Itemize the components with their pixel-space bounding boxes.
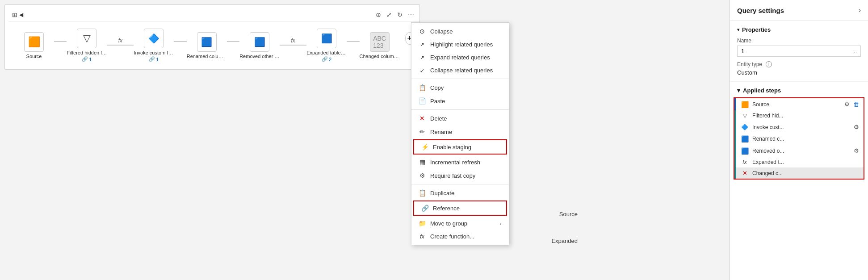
menu-item-reference[interactable]: 🔗 Reference xyxy=(413,201,507,216)
entity-type-value: Custom xyxy=(737,69,861,76)
sep3 xyxy=(411,184,509,184)
menu-item-delete[interactable]: ✕ Delete xyxy=(411,112,509,125)
sep2 xyxy=(411,109,509,110)
delete-icon: ✕ xyxy=(419,115,426,122)
enable-staging-icon: ⚡ xyxy=(421,143,428,150)
refresh-button[interactable]: ↻ xyxy=(395,10,404,19)
step-expanded-icon: 🟦 xyxy=(317,29,336,48)
step-invoke[interactable]: 🔷 Invoke custom fu... 🔗1 xyxy=(134,29,174,62)
step-renamed[interactable]: 🟦 Renamed columns xyxy=(187,32,227,59)
menu-item-delete-label: Delete xyxy=(430,115,447,122)
rename-icon: ✏ xyxy=(419,128,426,135)
menu-item-incremental-label: Incremental refresh xyxy=(430,159,480,166)
step-filtered-link[interactable]: 🔗1 xyxy=(82,56,92,62)
properties-header[interactable]: ▾ Properties xyxy=(737,26,861,33)
menu-item-expand-label: Expand related queries xyxy=(430,54,490,61)
source-gear-button[interactable]: ⚙ xyxy=(843,100,851,108)
removed-step-icon: 🟦 xyxy=(741,147,749,155)
menu-item-rename[interactable]: ✏ Rename xyxy=(411,125,509,138)
menu-item-expand[interactable]: ↗ Expand related queries xyxy=(411,51,509,64)
step-source-icon: 🟧 xyxy=(24,32,44,52)
removed-step-actions: ⚙ xyxy=(853,147,860,155)
step-expanded-link[interactable]: 🔗2 xyxy=(322,56,331,62)
menu-item-incremental[interactable]: ▦ Incremental refresh xyxy=(411,155,509,169)
menu-item-enable-staging[interactable]: ⚡ Enable staging xyxy=(413,139,507,155)
menu-item-paste[interactable]: 📄 Paste xyxy=(411,94,509,108)
menu-item-create-function-label: Create function... xyxy=(430,233,474,240)
expanded-step-icon: fx xyxy=(741,159,749,165)
connector-fx: fx xyxy=(107,38,134,46)
expanded-row-inner[interactable]: fx Expanded t... xyxy=(736,157,864,167)
menu-item-copy[interactable]: 📋 Copy xyxy=(411,81,509,94)
menu-item-collapse-related[interactable]: ↙ Collapse related queries xyxy=(411,64,509,77)
properties-chevron: ▾ xyxy=(737,27,739,32)
step-changed-icon: ABC123 xyxy=(370,32,390,52)
applied-steps-header[interactable]: ▾ Applied steps xyxy=(730,82,868,97)
step-invoke-label: Invoke custom fu... xyxy=(134,50,174,55)
changed-row-inner[interactable]: ✕ Changed c... xyxy=(736,167,864,179)
invoke-gear-button[interactable]: ⚙ xyxy=(853,123,860,131)
step-row-filtered: ▽ Filtered hid... xyxy=(734,110,864,121)
name-field-container: Name ... xyxy=(737,38,861,57)
step-invoke-link[interactable]: 🔗1 xyxy=(149,56,159,62)
connector-1 xyxy=(54,41,67,42)
move-to-group-arrow-icon: › xyxy=(500,220,502,227)
step-changed[interactable]: ABC123 Changed column... xyxy=(360,32,400,59)
panel-title: Query settings xyxy=(737,7,784,14)
removed-gear-button[interactable]: ⚙ xyxy=(853,147,860,155)
menu-item-duplicate[interactable]: 📋 Duplicate xyxy=(411,186,509,200)
step-expanded-label: Expanded table c... xyxy=(306,50,347,55)
source-delete-button[interactable]: 🗑 xyxy=(852,100,860,108)
query-diagram: ⊞ ◀ ⊕ ⤢ ↻ ⋯ 🟧 Source ▽ xyxy=(4,4,420,70)
collapse-icon: ⊙ xyxy=(419,28,426,35)
removed-step-name: Removed o... xyxy=(752,148,849,154)
incremental-icon: ▦ xyxy=(419,159,426,166)
expanded-label: Expanded xyxy=(551,238,578,244)
diagram-controls: ⊕ ⤢ ↻ ⋯ xyxy=(374,10,416,19)
name-ellipsis-button[interactable]: ... xyxy=(852,48,857,54)
more-options-button[interactable]: ⋯ xyxy=(406,10,416,19)
require-fast-icon: ⚙ xyxy=(419,172,426,179)
step-filtered[interactable]: ▽ Filtered hidden fi... 🔗1 xyxy=(67,29,107,62)
invoke-row-inner[interactable]: 🔷 Invoke cust... ⚙ xyxy=(736,121,864,133)
menu-item-require-fast[interactable]: ⚙ Require fast copy xyxy=(411,169,509,182)
menu-item-create-function[interactable]: fx Create function... xyxy=(411,230,509,243)
name-input[interactable] xyxy=(741,48,852,54)
menu-item-highlight[interactable]: ↗ Highlight related queries xyxy=(411,38,509,51)
highlight-icon: ↗ xyxy=(419,42,426,48)
applied-steps-section: ▾ Applied steps 🟧 Source ⚙ 🗑 xyxy=(730,82,868,280)
step-expanded[interactable]: 🟦 Expanded table c... 🔗2 xyxy=(306,29,347,62)
invoke-step-name: Invoke cust... xyxy=(752,124,849,130)
name-field-label: Name xyxy=(737,38,861,44)
entity-type-info-icon[interactable]: i xyxy=(766,61,772,67)
entity-type-container: Entity type i Custom xyxy=(737,61,861,76)
step-source[interactable]: 🟧 Source xyxy=(14,32,54,59)
menu-item-collapse[interactable]: ⊙ Collapse xyxy=(411,25,509,38)
diagram-title: ⊞ ◀ xyxy=(12,11,23,18)
source-step-name: Source xyxy=(752,101,840,108)
connector-3 xyxy=(227,41,239,42)
maximize-button[interactable]: ⤢ xyxy=(385,10,394,19)
menu-item-move-to-group[interactable]: 📁 Move to group › xyxy=(411,217,509,230)
expanded-indicator: Expanded xyxy=(551,238,578,244)
connector-fx2: fx xyxy=(280,38,306,46)
duplicate-icon: 📋 xyxy=(419,189,426,196)
source-label-bottom: Source xyxy=(559,211,578,217)
step-changed-label: Changed column... xyxy=(360,54,400,59)
renamed-row-inner[interactable]: 🟦 Renamed c... xyxy=(736,133,864,145)
filtered-row-inner[interactable]: ▽ Filtered hid... xyxy=(736,110,864,121)
step-removed-icon: 🟦 xyxy=(250,32,269,52)
name-field[interactable]: ... xyxy=(737,46,861,57)
source-row-inner[interactable]: 🟧 Source ⚙ 🗑 xyxy=(736,98,864,110)
step-removed[interactable]: 🟦 Removed other c... xyxy=(239,32,280,59)
panel-collapse-button[interactable]: › xyxy=(859,6,861,14)
sep1 xyxy=(411,79,509,79)
step-renamed-label: Renamed columns xyxy=(187,54,227,59)
share-button[interactable]: ⊕ xyxy=(374,10,383,19)
diagram-header: ⊞ ◀ ⊕ ⤢ ↻ ⋯ xyxy=(8,8,419,21)
expand-icon: ↗ xyxy=(419,54,426,61)
menu-item-collapse-label: Collapse xyxy=(430,28,453,35)
removed-row-inner[interactable]: 🟦 Removed o... ⚙ xyxy=(736,145,864,157)
step-row-source: 🟧 Source ⚙ 🗑 xyxy=(734,98,864,110)
step-renamed-icon: 🟦 xyxy=(197,32,217,52)
